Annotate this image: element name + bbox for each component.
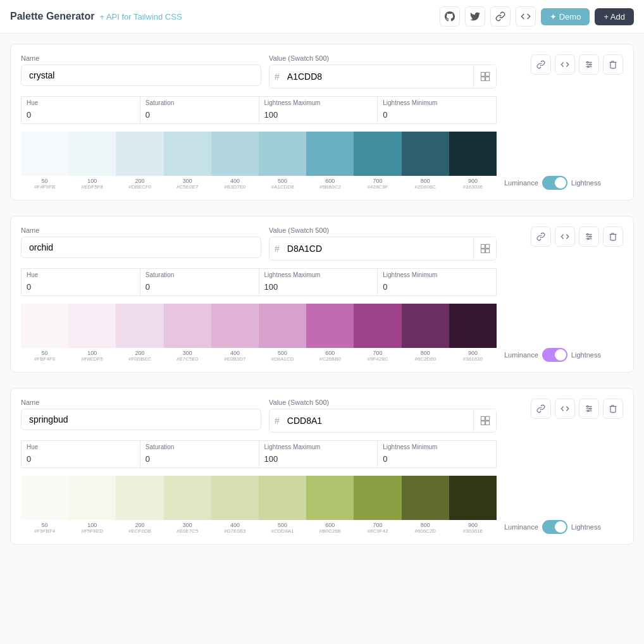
swatch-box-springbud-50[interactable] (21, 476, 68, 520)
luminance-label-crystal: Luminance (504, 179, 538, 187)
hue-group-orchid: Hue 0 (21, 268, 140, 296)
delete-action-crystal[interactable] (603, 54, 623, 75)
swatch-item-springbud-100: 100 #F5F8ED (68, 476, 116, 534)
sliders-action-springbud[interactable] (579, 399, 599, 419)
code-action-crystal[interactable] (555, 54, 575, 75)
delete-action-orchid[interactable] (603, 226, 623, 247)
swatch-item-springbud-300: 300 #E0E7C5 (164, 476, 211, 534)
swatch-box-orchid-900[interactable] (449, 304, 497, 348)
swatch-box-crystal-50[interactable] (21, 132, 68, 176)
swatch-hex-springbud-500: #CDD8A1 (271, 528, 294, 534)
swatch-box-crystal-900[interactable] (449, 132, 497, 176)
lightness-min-group-orchid: Lightness Minimum 0 (377, 268, 497, 296)
value-input-wrap-crystal: # (269, 65, 497, 89)
swatch-box-crystal-600[interactable] (306, 132, 354, 176)
svg-point-18 (590, 236, 591, 237)
hash-symbol-orchid: # (269, 244, 285, 254)
swatch-box-springbud-900[interactable] (449, 476, 497, 520)
swatch-box-orchid-800[interactable] (402, 304, 449, 348)
lightness-max-group-springbud: Lightness Maximum 100 (259, 440, 378, 468)
lightness-mode-label-orchid: Lightness (571, 351, 601, 359)
toggle-slider-orchid (542, 348, 567, 362)
swatch-item-orchid-300: 300 #E7C5E0 (164, 304, 211, 362)
hue-label-orchid: Hue (22, 269, 140, 280)
swatch-picker-btn-orchid[interactable] (473, 237, 496, 260)
swatch-item-crystal-600: 600 #6BB0C2 (306, 132, 354, 190)
swatch-box-springbud-500[interactable] (259, 476, 306, 520)
svg-point-8 (590, 64, 591, 65)
sliders-action-orchid[interactable] (579, 226, 599, 247)
swatch-box-springbud-400[interactable] (211, 476, 259, 520)
swatch-box-orchid-300[interactable] (164, 304, 211, 348)
swatch-hex-springbud-800: #606C2D (414, 528, 436, 534)
swatch-box-crystal-200[interactable] (116, 132, 163, 176)
swatch-box-springbud-300[interactable] (164, 476, 211, 520)
swatch-item-orchid-100: 100 #F8EDF5 (68, 304, 116, 362)
mode-toggle-crystal[interactable] (542, 176, 567, 190)
demo-button[interactable]: ✦ Demo (541, 8, 590, 25)
swatch-box-orchid-700[interactable] (354, 304, 401, 348)
left-section-orchid: Name Value (Swatch 500) # (21, 226, 497, 362)
swatch-hex-springbud-600: #B0C26B (319, 528, 341, 534)
swatch-picker-btn-springbud[interactable] (473, 409, 496, 432)
link-icon-btn[interactable] (490, 6, 511, 27)
swatch-box-crystal-500[interactable] (259, 132, 306, 176)
swatch-item-orchid-900: 900 #361630 (449, 304, 497, 362)
swatch-box-orchid-50[interactable] (21, 304, 68, 348)
swatch-box-springbud-700[interactable] (354, 476, 401, 520)
swatch-item-crystal-50: 50 #F4F9FB (21, 132, 68, 190)
swatch-box-springbud-200[interactable] (116, 476, 163, 520)
lightness-max-label-springbud: Lightness Maximum (259, 441, 378, 452)
swatch-box-crystal-800[interactable] (402, 132, 449, 176)
svg-rect-1 (485, 72, 489, 76)
add-button[interactable]: + Add (595, 8, 634, 25)
right-section-springbud: Luminance Lightness (504, 399, 623, 534)
swatches-row-orchid: 50 #FBF4F9 100 #F8EDF5 200 (21, 304, 497, 362)
name-input-crystal[interactable] (21, 65, 261, 86)
saturation-group-crystal: Saturation 0 (140, 96, 259, 124)
code-icon-btn[interactable] (516, 6, 536, 27)
right-section-orchid: Luminance Lightness (504, 226, 623, 362)
swatch-hex-orchid-50: #FBF4F9 (34, 356, 55, 362)
swatch-box-crystal-100[interactable] (68, 132, 116, 176)
swatch-box-orchid-400[interactable] (211, 304, 259, 348)
swatch-box-orchid-600[interactable] (306, 304, 354, 348)
swatch-picker-btn-crystal[interactable] (473, 65, 496, 88)
code-action-orchid[interactable] (555, 226, 575, 247)
hue-value-springbud: 0 (22, 452, 140, 468)
value-input-crystal[interactable] (285, 66, 473, 87)
code-action-springbud[interactable] (555, 399, 575, 419)
card-inner-orchid: Name Value (Swatch 500) # (21, 226, 623, 362)
swatch-num-springbud-400: 400 (230, 522, 240, 528)
twitter-icon-btn[interactable] (465, 6, 485, 27)
swatch-box-orchid-100[interactable] (68, 304, 116, 348)
swatch-hex-springbud-900: #303616 (463, 528, 483, 534)
mode-toggle-orchid[interactable] (542, 348, 567, 362)
swatch-box-springbud-800[interactable] (402, 476, 449, 520)
link-action-crystal[interactable] (531, 54, 551, 75)
swatch-item-orchid-50: 50 #FBF4F9 (21, 304, 68, 362)
mode-toggle-springbud[interactable] (542, 520, 567, 534)
swatch-item-springbud-500: 500 #CDD8A1 (259, 476, 306, 534)
swatch-box-crystal-700[interactable] (354, 132, 401, 176)
swatch-box-crystal-400[interactable] (211, 132, 259, 176)
delete-action-springbud[interactable] (603, 399, 623, 419)
swatch-box-springbud-600[interactable] (306, 476, 354, 520)
lightness-max-label-orchid: Lightness Maximum (259, 269, 378, 280)
saturation-value-orchid: 0 (140, 280, 259, 295)
link-icon (495, 11, 505, 22)
link-action-orchid[interactable] (531, 226, 551, 247)
value-input-orchid[interactable] (285, 238, 473, 259)
link-action-springbud[interactable] (531, 399, 551, 419)
name-field-group-crystal: Name (21, 54, 261, 86)
name-input-orchid[interactable] (21, 237, 261, 258)
github-icon-btn[interactable] (440, 6, 460, 27)
swatch-box-springbud-100[interactable] (68, 476, 116, 520)
sliders-action-crystal[interactable] (579, 54, 599, 75)
swatch-box-orchid-200[interactable] (116, 304, 163, 348)
name-input-springbud[interactable] (21, 409, 261, 430)
swatch-box-crystal-300[interactable] (164, 132, 211, 176)
value-input-springbud[interactable] (285, 411, 473, 431)
swatch-box-orchid-500[interactable] (259, 304, 306, 348)
swatch-hex-orchid-500: #D8A1CD (271, 356, 294, 362)
